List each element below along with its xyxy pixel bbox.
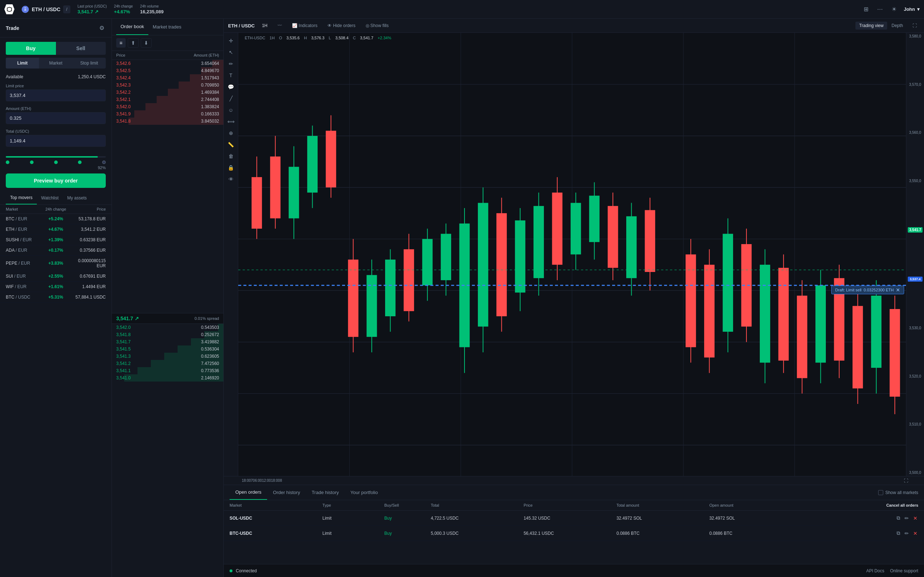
chart-icon-button[interactable]: / [63, 5, 70, 13]
table-row[interactable]: 3,542.6 3.654064 [112, 60, 223, 67]
sell-button[interactable]: Sell [56, 42, 106, 55]
order-edit-btn[interactable]: ✏ [904, 529, 909, 537]
list-item[interactable]: ETH / EUR +4.67% 3,541.2 EUR [0, 224, 111, 235]
order-copy-btn[interactable]: ⧉ [896, 514, 901, 522]
slider-dot-25[interactable] [30, 161, 34, 164]
table-row[interactable]: 3,542.4 1.517943 [112, 74, 223, 82]
crosshair-tool[interactable]: ✛ [226, 36, 236, 46]
eye-tool[interactable]: 👁 [226, 174, 236, 184]
slider-container[interactable] [0, 150, 111, 166]
tab-order-book[interactable]: Order book [116, 19, 149, 35]
tab-market-trades[interactable]: Market trades [149, 19, 186, 35]
measure-tool[interactable]: 📏 [226, 140, 236, 150]
table-row[interactable]: 3,541.2 7.472560 [112, 360, 223, 367]
annotation-tool[interactable]: 💬 [226, 82, 236, 92]
list-item[interactable]: ADA / EUR +0.17% 0.37566 EUR [0, 245, 111, 256]
table-row[interactable]: 3,541.7 3.419882 [112, 338, 223, 345]
tab-trade-history[interactable]: Trade history [306, 485, 344, 500]
tab-limit[interactable]: Limit [6, 58, 39, 69]
limit-price-input[interactable] [6, 89, 106, 102]
online-support-link[interactable]: Online support [890, 568, 918, 574]
smiley-tool[interactable]: ☺ [226, 105, 236, 115]
tab-depth[interactable]: Depth [888, 22, 907, 29]
connected-dot [229, 569, 233, 572]
trade-settings-icon[interactable]: ⚙ [98, 23, 106, 33]
fullscreen-btn[interactable]: ⛶ [909, 22, 920, 29]
tab-open-orders[interactable]: Open orders [229, 485, 267, 500]
table-row[interactable]: 3,541.3 0.623605 [112, 353, 223, 360]
table-row[interactable]: 3,542.2 1.469384 [112, 89, 223, 96]
tab-order-history[interactable]: Order history [267, 485, 306, 500]
buy-button[interactable]: Buy [6, 42, 56, 55]
order-book-panel: Order book Market trades ≡ ⬆ ⬇ Price Amo… [112, 19, 224, 577]
ob-view-asks[interactable]: ⬆ [128, 38, 139, 48]
order-edit-btn[interactable]: ✏ [904, 514, 909, 522]
tab-top-movers[interactable]: Top movers [6, 192, 37, 205]
show-fills-btn[interactable]: ◎ Show fills [363, 22, 392, 29]
draft-close-button[interactable]: ✕ [896, 287, 900, 293]
order-copy-btn[interactable]: ⧉ [896, 529, 901, 537]
list-item[interactable]: BTC / EUR +5.24% 53,178.8 EUR [0, 214, 111, 224]
table-row[interactable]: 3,541.1 0.773536 [112, 367, 223, 374]
show-all-checkbox[interactable] [878, 490, 883, 495]
tab-watchlist[interactable]: Watchlist [37, 192, 63, 205]
total-input[interactable] [6, 135, 106, 147]
tab-market[interactable]: Market [39, 58, 72, 69]
chart-wave-icon[interactable]: 〰 [275, 22, 285, 29]
ruler-tool[interactable]: ⟺ [226, 116, 236, 127]
pair-name[interactable]: ETH / USDC [32, 6, 60, 12]
cursor-tool[interactable]: ↖ [226, 47, 236, 57]
slider-dot-75[interactable] [78, 161, 82, 164]
table-row[interactable]: 3,542.1 2.744408 [112, 96, 223, 103]
tab-stop-limit[interactable]: Stop limit [73, 58, 106, 69]
slider-dot-0[interactable] [6, 161, 10, 164]
ob-view-all[interactable]: ≡ [116, 38, 126, 48]
user-menu[interactable]: John ▾ [904, 6, 920, 12]
expand-time-btn[interactable]: ⛶ [902, 477, 909, 485]
text-tool[interactable]: T [226, 70, 236, 81]
left-panel: Trade ⚙ Buy Sell Limit Market Stop limit… [0, 19, 112, 577]
table-row[interactable]: 3,542.0 1.383824 [112, 103, 223, 110]
timeframe-1h[interactable]: 1H [259, 22, 270, 29]
logo-icon[interactable] [4, 4, 15, 15]
cancel-all-orders-btn[interactable]: Cancel all orders [802, 503, 918, 508]
line-tool[interactable]: ╱ [226, 93, 236, 103]
list-item[interactable]: WIF / EUR +1.61% 1.4494 EUR [0, 282, 111, 292]
api-docs-link[interactable]: API Docs [866, 568, 884, 574]
svg-rect-20 [307, 136, 318, 193]
show-all-markets[interactable]: Show all markets [878, 490, 918, 495]
grid-icon[interactable]: ⊞ [862, 4, 870, 14]
preview-buy-button[interactable]: Preview buy order [6, 174, 106, 188]
slider-dot-50[interactable] [54, 161, 58, 164]
list-item[interactable]: SUSHI / EUR +1.39% 0.63238 EUR [0, 235, 111, 245]
order-cancel-btn[interactable]: ✕ [913, 529, 918, 537]
indicators-btn[interactable]: 📈 Indicators [289, 22, 320, 29]
list-item[interactable]: PEPE / EUR +3.83% 0.0000080115 EUR [0, 256, 111, 271]
table-row[interactable]: 3,542.5 4.849670 [112, 67, 223, 74]
slider-track[interactable] [6, 156, 106, 158]
svg-rect-16 [270, 156, 281, 218]
table-row[interactable]: 3,541.8 3.845032 [112, 118, 223, 125]
list-item[interactable]: BTC / USDC +5.31% 57,884.1 USDC [0, 292, 111, 303]
list-item[interactable]: SUI / EUR +2.55% 0.67691 EUR [0, 271, 111, 282]
order-cancel-btn[interactable]: ✕ [913, 514, 918, 522]
tab-portfolio[interactable]: Your portfolio [345, 485, 384, 500]
theme-icon[interactable]: ☀ [890, 4, 898, 14]
magnet-tool[interactable]: ⊕ [226, 128, 236, 138]
table-row[interactable]: 3,541.0 2.146920 [112, 374, 223, 382]
table-row[interactable]: 3,541.8 0.252672 [112, 331, 223, 338]
hide-orders-btn[interactable]: 👁 Hide orders [325, 22, 358, 29]
slider-dot-100[interactable] [102, 161, 106, 164]
table-row[interactable]: 3,542.0 0.543503 [112, 324, 223, 331]
table-row[interactable]: 3,541.9 0.166333 [112, 110, 223, 118]
table-row[interactable]: 3,542.3 0.709850 [112, 82, 223, 89]
pen-tool[interactable]: ✏ [226, 59, 236, 69]
ob-view-bids[interactable]: ⬇ [141, 38, 152, 48]
tab-trading-view[interactable]: Trading view [855, 22, 887, 29]
amount-input[interactable] [6, 112, 106, 124]
trash-tool[interactable]: 🗑 [226, 151, 236, 161]
dots-icon[interactable]: ⋯ [876, 4, 884, 14]
table-row[interactable]: 3,541.5 0.536304 [112, 345, 223, 353]
lock-tool[interactable]: 🔒 [226, 163, 236, 173]
tab-my-assets[interactable]: My assets [63, 192, 91, 205]
